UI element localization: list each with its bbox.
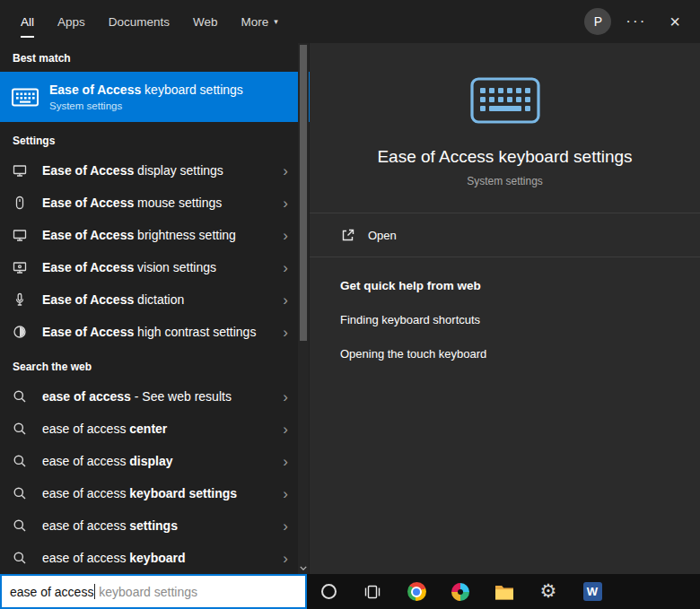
high-contrast-icon bbox=[13, 325, 29, 339]
help-header: Get quick help from web bbox=[340, 279, 669, 292]
tab-apps[interactable]: Apps bbox=[46, 0, 97, 43]
result-label-bold: settings bbox=[126, 518, 178, 533]
tab-web[interactable]: Web bbox=[181, 0, 230, 43]
best-match-header: Best match bbox=[0, 43, 310, 72]
scrollbar[interactable] bbox=[298, 43, 309, 575]
result-label-bold: keyboard bbox=[126, 551, 185, 565]
brightness-icon bbox=[13, 228, 29, 242]
open-label: Open bbox=[368, 229, 397, 242]
mouse-icon bbox=[13, 196, 29, 210]
cortana-button[interactable] bbox=[318, 579, 339, 605]
topbar-actions: P ··· × bbox=[584, 0, 700, 43]
preview-title: Ease of Access keyboard settings bbox=[310, 147, 700, 167]
keyboard-icon-large bbox=[470, 77, 540, 127]
result-label-rest: vision settings bbox=[134, 260, 216, 274]
chevron-right-icon[interactable]: › bbox=[283, 518, 288, 534]
tab-more[interactable]: More ▾ bbox=[230, 0, 290, 43]
dictation-icon bbox=[13, 292, 29, 307]
settings-result-display[interactable]: Ease of Access display settings › bbox=[0, 154, 310, 187]
help-link-touch-keyboard[interactable]: Opening the touch keyboard bbox=[340, 347, 669, 361]
best-match-title: Ease of Access keyboard settings bbox=[49, 83, 243, 97]
result-label-rest: display settings bbox=[134, 163, 223, 178]
web-result-center[interactable]: ease of access center › bbox=[0, 413, 310, 445]
result-label-plain: ease of access bbox=[42, 551, 126, 565]
settings-result-vision[interactable]: Ease of Access vision settings › bbox=[0, 251, 310, 283]
web-result-keyboard-settings[interactable]: ease of access keyboard settings › bbox=[0, 477, 310, 509]
settings-result-brightness[interactable]: Ease of Access brightness setting › bbox=[0, 219, 310, 251]
task-view-icon bbox=[363, 584, 381, 600]
search-inline-suggestion: keyboard settings bbox=[95, 585, 197, 599]
word-button[interactable]: W bbox=[582, 579, 603, 605]
search-icon bbox=[13, 486, 29, 500]
chevron-right-icon[interactable]: › bbox=[283, 228, 288, 243]
folder-icon bbox=[494, 584, 514, 600]
web-result-settings[interactable]: ease of access settings › bbox=[0, 509, 310, 542]
settings-result-mouse[interactable]: Ease of Access mouse settings › bbox=[0, 187, 310, 219]
scrollbar-thumb[interactable] bbox=[300, 45, 307, 341]
web-result-see-results[interactable]: ease of access - See web results › bbox=[0, 380, 310, 413]
close-icon[interactable]: × bbox=[661, 12, 689, 32]
best-match-subtitle: System settings bbox=[49, 100, 243, 111]
search-results-panel: Best match Ease of Access keyboard setti… bbox=[0, 43, 310, 575]
preview-subtitle: System settings bbox=[310, 175, 700, 187]
search-icon bbox=[13, 551, 29, 565]
avatar[interactable]: P bbox=[584, 8, 611, 35]
search-the-web-header: Search the web bbox=[0, 348, 310, 380]
chevron-right-icon[interactable]: › bbox=[283, 260, 288, 275]
file-explorer-button[interactable] bbox=[494, 579, 515, 605]
web-result-display[interactable]: ease of access display › bbox=[0, 445, 310, 477]
result-label-bold: display bbox=[126, 454, 172, 468]
result-label-rest: dictation bbox=[134, 292, 184, 307]
open-icon bbox=[340, 228, 355, 243]
chevron-right-icon[interactable]: › bbox=[283, 325, 288, 340]
settings-result-dictation[interactable]: Ease of Access dictation › bbox=[0, 283, 310, 316]
result-label-plain: ease of access bbox=[42, 518, 126, 533]
slack-button[interactable] bbox=[450, 579, 471, 605]
chevron-down-icon bbox=[300, 566, 307, 570]
best-match-text: Ease of Access keyboard settings System … bbox=[49, 83, 243, 111]
result-label-bold: Ease of Access bbox=[42, 163, 134, 178]
result-label-plain: ease of access bbox=[42, 454, 126, 468]
result-label-bold: Ease of Access bbox=[42, 325, 134, 339]
result-label-bold: ease of access bbox=[42, 389, 131, 404]
result-label-rest: brightness setting bbox=[134, 228, 236, 242]
tab-documents[interactable]: Documents bbox=[97, 0, 181, 43]
best-match-result[interactable]: Ease of Access keyboard settings System … bbox=[0, 72, 310, 122]
vision-icon bbox=[13, 260, 29, 274]
search-icon bbox=[13, 454, 29, 468]
result-label-plain: ease of access bbox=[42, 422, 126, 436]
task-view-button[interactable] bbox=[362, 579, 383, 605]
chevron-right-icon[interactable]: › bbox=[283, 163, 288, 178]
tab-more-label: More bbox=[241, 15, 269, 29]
web-help-section: Get quick help from web Finding keyboard… bbox=[310, 257, 700, 361]
help-link-keyboard-shortcuts[interactable]: Finding keyboard shortcuts bbox=[340, 313, 669, 326]
search-icon bbox=[13, 389, 29, 404]
result-label-bold: Ease of Access bbox=[42, 196, 134, 210]
settings-result-high-contrast[interactable]: Ease of Access high contrast settings › bbox=[0, 316, 310, 348]
scroll-down-button[interactable] bbox=[298, 562, 309, 573]
slack-icon bbox=[451, 583, 469, 601]
search-typed-text: ease of access bbox=[10, 585, 93, 599]
chrome-button[interactable] bbox=[406, 579, 427, 605]
settings-button[interactable]: ⚙ bbox=[538, 579, 559, 605]
more-options-icon[interactable]: ··· bbox=[611, 13, 661, 30]
result-label-bold: keyboard settings bbox=[126, 486, 237, 500]
chevron-right-icon[interactable]: › bbox=[283, 454, 288, 469]
chevron-right-icon[interactable]: › bbox=[283, 486, 288, 501]
search-filter-tabs: All Apps Documents Web More ▾ bbox=[0, 0, 290, 43]
chevron-right-icon[interactable]: › bbox=[283, 389, 288, 405]
tab-all[interactable]: All bbox=[9, 0, 46, 43]
chevron-right-icon[interactable]: › bbox=[283, 551, 288, 566]
word-icon: W bbox=[583, 582, 602, 601]
best-match-title-rest: keyboard settings bbox=[141, 83, 243, 97]
display-icon bbox=[13, 163, 29, 178]
chevron-right-icon[interactable]: › bbox=[283, 196, 288, 211]
open-action[interactable]: Open bbox=[310, 213, 700, 257]
chevron-down-icon: ▾ bbox=[274, 17, 278, 26]
web-result-keyboard[interactable]: ease of access keyboard › bbox=[0, 542, 310, 574]
chevron-right-icon[interactable]: › bbox=[283, 422, 288, 437]
chevron-right-icon[interactable]: › bbox=[283, 292, 288, 308]
result-label-plain: ease of access bbox=[42, 486, 126, 500]
keyboard-icon bbox=[9, 88, 41, 107]
taskbar-search-input[interactable]: ease of access keyboard settings bbox=[0, 574, 307, 609]
